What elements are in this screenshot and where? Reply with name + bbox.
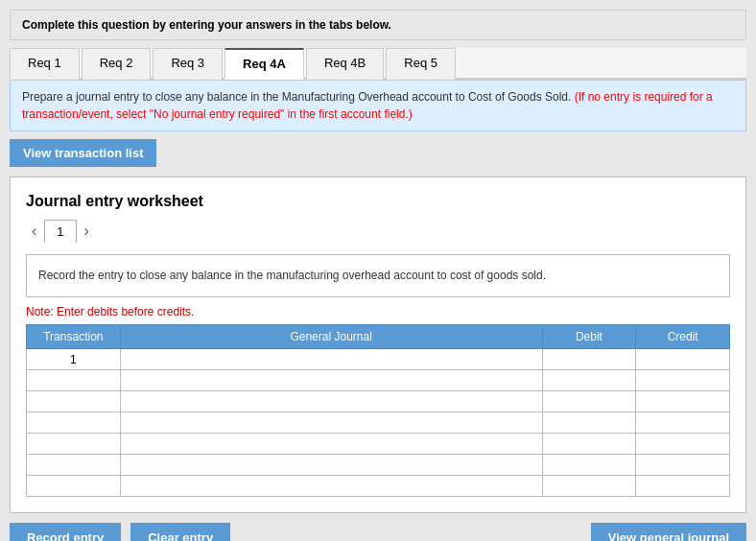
debit-input-3[interactable] <box>547 395 632 409</box>
view-transaction-button[interactable]: View transaction list <box>10 139 156 167</box>
credit-input-2[interactable] <box>640 374 725 388</box>
col-header-credit: Credit <box>636 325 730 349</box>
col-header-debit: Debit <box>542 325 636 349</box>
journal-input-2[interactable] <box>125 374 538 388</box>
credit-input-3[interactable] <box>640 395 725 409</box>
journal-input-1[interactable] <box>125 353 538 366</box>
tab-req3[interactable]: Req 3 <box>153 48 223 80</box>
credit-input-6[interactable] <box>640 459 725 472</box>
tabs-bar: Req 1 Req 2 Req 3 Req 4A Req 4B Req 5 <box>10 48 746 80</box>
credit-cell-3[interactable] <box>636 391 730 412</box>
tab-req4b[interactable]: Req 4B <box>306 48 384 80</box>
journal-input-7[interactable] <box>125 480 538 493</box>
debit-cell-5[interactable] <box>542 434 636 455</box>
transaction-cell-7 <box>27 476 121 497</box>
debit-input-2[interactable] <box>547 374 632 388</box>
journal-cell-2[interactable] <box>120 370 542 391</box>
col-header-transaction: Transaction <box>27 325 121 349</box>
description-box: Record the entry to close any balance in… <box>26 254 730 297</box>
transaction-cell-6 <box>27 455 121 476</box>
journal-cell-3[interactable] <box>120 391 542 412</box>
description-text: Record the entry to close any balance in… <box>38 269 546 282</box>
debit-cell-6[interactable] <box>542 455 636 476</box>
tab-req2[interactable]: Req 2 <box>82 48 152 80</box>
table-row <box>27 412 730 434</box>
journal-input-4[interactable] <box>125 416 538 430</box>
debit-input-6[interactable] <box>547 459 632 472</box>
journal-cell-7[interactable] <box>120 476 542 497</box>
table-row <box>27 391 730 412</box>
table-row: 1 <box>27 349 730 370</box>
credit-cell-5[interactable] <box>636 434 730 455</box>
credit-cell-4[interactable] <box>636 412 730 434</box>
prev-page-arrow[interactable]: ‹ <box>26 223 42 240</box>
transaction-cell-3 <box>27 391 121 412</box>
debit-cell-2[interactable] <box>542 370 636 391</box>
debit-input-1[interactable] <box>547 353 632 366</box>
tab-req5[interactable]: Req 5 <box>386 48 456 80</box>
credit-cell-7[interactable] <box>636 476 730 497</box>
journal-cell-1[interactable] <box>120 349 542 370</box>
table-row <box>27 476 730 497</box>
worksheet-title: Journal entry worksheet <box>26 193 730 210</box>
note-text: Note: Enter debits before credits. <box>26 305 730 318</box>
journal-cell-4[interactable] <box>120 412 542 434</box>
transaction-cell-1: 1 <box>27 349 121 370</box>
journal-table: Transaction General Journal Debit Credit… <box>26 324 730 497</box>
tab-req1[interactable]: Req 1 <box>10 48 80 80</box>
debit-cell-4[interactable] <box>542 412 636 434</box>
journal-cell-5[interactable] <box>120 434 542 455</box>
credit-input-7[interactable] <box>640 480 725 493</box>
transaction-cell-2 <box>27 370 121 391</box>
page-nav: ‹ 1 › <box>26 220 730 243</box>
instruction-text: Complete this question by entering your … <box>22 18 391 32</box>
credit-input-5[interactable] <box>640 437 725 451</box>
transaction-cell-5 <box>27 434 121 455</box>
credit-input-1[interactable] <box>640 353 725 366</box>
info-box: Prepare a journal entry to close any bal… <box>10 80 746 131</box>
debit-input-4[interactable] <box>547 416 632 430</box>
journal-input-3[interactable] <box>125 395 538 409</box>
journal-cell-6[interactable] <box>120 455 542 476</box>
page-tab-1[interactable]: 1 <box>44 220 76 243</box>
col-header-journal: General Journal <box>120 325 542 349</box>
journal-input-5[interactable] <box>125 437 538 451</box>
worksheet-container: Journal entry worksheet ‹ 1 › Record the… <box>10 176 746 513</box>
table-row <box>27 455 730 476</box>
journal-input-6[interactable] <box>125 459 538 472</box>
info-main-text: Prepare a journal entry to close any bal… <box>22 90 571 104</box>
table-row <box>27 370 730 391</box>
debit-cell-1[interactable] <box>542 349 636 370</box>
next-page-arrow[interactable]: › <box>79 223 95 240</box>
table-row <box>27 434 730 455</box>
clear-entry-button[interactable]: Clear entry <box>130 523 230 541</box>
record-entry-button[interactable]: Record entry <box>10 523 121 541</box>
bottom-buttons: Record entry Clear entry View general jo… <box>10 523 746 541</box>
debit-cell-3[interactable] <box>542 391 636 412</box>
credit-cell-6[interactable] <box>636 455 730 476</box>
credit-input-4[interactable] <box>640 416 725 430</box>
main-container: Complete this question by entering your … <box>10 10 746 541</box>
transaction-cell-4 <box>27 412 121 434</box>
tab-req4a[interactable]: Req 4A <box>224 48 304 80</box>
debit-input-5[interactable] <box>547 437 632 451</box>
debit-input-7[interactable] <box>547 480 632 493</box>
credit-cell-2[interactable] <box>636 370 730 391</box>
instruction-bar: Complete this question by entering your … <box>10 10 746 40</box>
debit-cell-7[interactable] <box>542 476 636 497</box>
view-general-journal-button[interactable]: View general journal <box>591 523 746 541</box>
credit-cell-1[interactable] <box>636 349 730 370</box>
